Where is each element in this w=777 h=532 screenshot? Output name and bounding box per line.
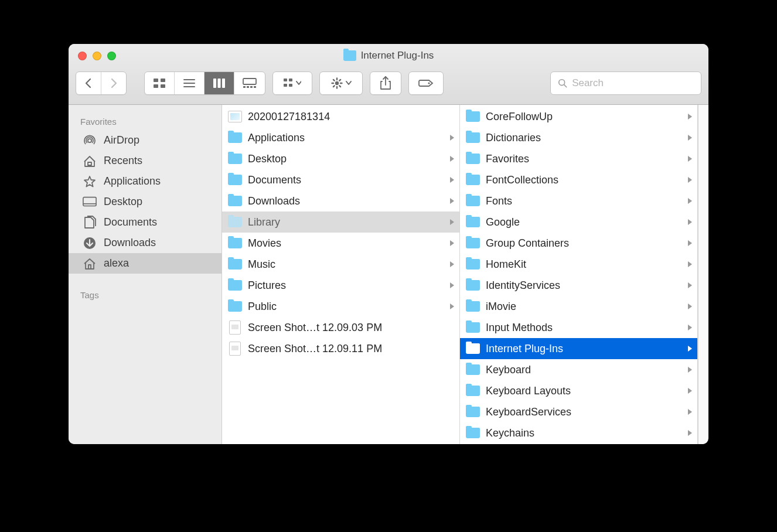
share-button[interactable] [370, 72, 401, 94]
sidebar-item-label: Documents [104, 216, 157, 229]
chevron-right-icon [687, 282, 693, 289]
file-row[interactable]: Desktop [222, 148, 459, 169]
gallery-view-button[interactable] [234, 72, 265, 94]
file-row[interactable]: KeyboardServices [460, 401, 697, 422]
list-view-button[interactable] [175, 72, 205, 94]
folder-icon [228, 259, 242, 270]
file-row[interactable]: Screen Shot…t 12.09.11 PM [222, 338, 459, 359]
svg-marker-42 [450, 198, 454, 204]
svg-marker-57 [688, 303, 692, 309]
file-row[interactable]: HomeKit [460, 254, 697, 275]
traffic-lights [69, 52, 116, 60]
sidebar: Favorites AirDropRecentsApplicationsDesk… [69, 105, 222, 444]
disclosure-arrow [449, 237, 455, 250]
disclosure-arrow [687, 427, 693, 439]
svg-line-27 [339, 79, 340, 80]
action-button[interactable] [320, 72, 362, 94]
sidebar-item-downloads[interactable]: Downloads [69, 233, 221, 253]
sidebar-item-desktop[interactable]: Desktop [69, 192, 221, 212]
folder-icon [228, 196, 242, 206]
file-row[interactable]: Internet Plug-Ins [460, 338, 697, 359]
svg-marker-55 [688, 261, 692, 267]
svg-rect-12 [247, 86, 249, 88]
file-row[interactable]: iMovie [460, 296, 697, 317]
sidebar-item-applications[interactable]: Applications [69, 171, 221, 192]
sidebar-item-recents[interactable]: Recents [69, 151, 221, 171]
svg-point-29 [428, 82, 430, 84]
sidebar-item-airdrop[interactable]: AirDrop [69, 130, 221, 151]
file-row[interactable]: Screen Shot…t 12.09.03 PM [222, 317, 459, 338]
disclosure-arrow [449, 153, 455, 165]
search-field[interactable] [550, 71, 701, 95]
file-row[interactable]: Keychains [460, 422, 697, 444]
file-row[interactable]: IdentityServices [460, 275, 697, 296]
airdrop-icon [83, 134, 97, 148]
applications-icon [83, 175, 97, 189]
file-name: Keyboard Layouts [486, 385, 681, 397]
close-window-button[interactable] [78, 52, 87, 60]
folder-icon [466, 196, 480, 206]
file-row[interactable]: Keyboard [460, 359, 697, 380]
file-row[interactable]: 20200127181314 [222, 106, 459, 127]
file-row[interactable]: Fonts [460, 190, 697, 212]
image-file-icon [228, 111, 242, 122]
file-row[interactable]: Favorites [460, 148, 697, 169]
sidebar-item-label: Downloads [104, 237, 156, 249]
svg-rect-17 [284, 84, 287, 87]
file-row[interactable]: FontCollections [460, 169, 697, 190]
file-row[interactable]: Group Containers [460, 233, 697, 254]
svg-point-19 [335, 81, 339, 84]
folder-icon [466, 217, 480, 227]
folder-icon [228, 238, 242, 248]
chevron-right-icon [687, 134, 693, 141]
disclosure-arrow [449, 258, 455, 271]
window-title: Internet Plug-Ins [69, 50, 708, 62]
column-2[interactable]: CoreFollowUpDictionariesFavoritesFontCol… [460, 105, 698, 444]
folder-icon [466, 428, 480, 438]
forward-button[interactable] [101, 72, 126, 94]
svg-line-31 [564, 84, 567, 87]
svg-marker-43 [450, 219, 454, 225]
search-input[interactable] [572, 77, 694, 89]
arrange-button[interactable] [273, 72, 312, 94]
file-name: Group Containers [486, 237, 681, 250]
sidebar-item-alexa[interactable]: alexa [69, 253, 221, 274]
file-row[interactable]: Public [222, 296, 459, 317]
file-row[interactable]: Music [222, 254, 459, 275]
file-row[interactable]: Applications [222, 127, 459, 148]
file-row[interactable]: Input Methods [460, 317, 697, 338]
file-row[interactable]: Library [222, 212, 459, 233]
recents-icon [83, 154, 97, 168]
svg-rect-38 [88, 265, 91, 269]
minimize-window-button[interactable] [93, 52, 101, 60]
svg-rect-3 [161, 84, 165, 88]
icon-view-button[interactable] [145, 72, 175, 94]
column-view-button[interactable] [205, 72, 234, 94]
zoom-window-button[interactable] [107, 52, 116, 60]
edit-tags-button[interactable] [409, 72, 443, 94]
disclosure-arrow [449, 216, 455, 229]
file-row[interactable]: Keyboard Layouts [460, 380, 697, 401]
file-row[interactable]: CoreFollowUp [460, 106, 697, 127]
svg-marker-44 [450, 240, 454, 246]
sidebar-item-documents[interactable]: Documents [69, 212, 221, 233]
file-row[interactable]: Documents [222, 169, 459, 190]
file-row[interactable]: Downloads [222, 190, 459, 212]
folder-icon [466, 154, 480, 164]
svg-marker-50 [688, 156, 692, 162]
file-row[interactable]: Movies [222, 233, 459, 254]
file-name: Pictures [248, 279, 444, 292]
file-row[interactable]: Dictionaries [460, 127, 697, 148]
file-name: Dictionaries [486, 132, 681, 144]
back-button[interactable] [76, 72, 101, 94]
downloads-icon [83, 236, 97, 250]
disclosure-arrow [449, 301, 455, 313]
folder-icon [228, 175, 242, 185]
column-1[interactable]: 20200127181314ApplicationsDesktopDocumen… [222, 105, 460, 444]
file-name: Input Methods [486, 322, 681, 334]
file-row[interactable]: Google [460, 212, 697, 233]
svg-rect-14 [254, 86, 256, 88]
folder-icon [466, 386, 480, 396]
file-row[interactable]: Pictures [222, 275, 459, 296]
disclosure-arrow [687, 153, 693, 165]
